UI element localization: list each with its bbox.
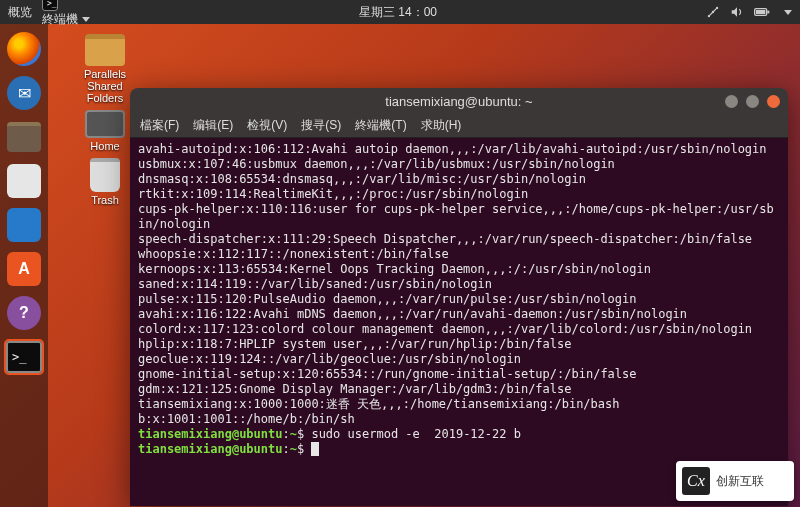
chevron-down-icon xyxy=(82,17,90,22)
window-close-button[interactable] xyxy=(767,95,780,108)
window-titlebar[interactable]: tiansemixiang@ubuntu: ~ xyxy=(130,88,788,114)
battery-icon[interactable] xyxy=(754,6,770,18)
menu-file[interactable]: 檔案(F) xyxy=(140,117,179,134)
svg-rect-4 xyxy=(767,11,769,14)
activities-button[interactable]: 概览 xyxy=(8,4,32,21)
dock-firefox[interactable] xyxy=(5,30,43,68)
clock[interactable]: 星期三 14：00 xyxy=(90,4,706,21)
dock: ✉ A ? >_ xyxy=(0,24,48,507)
dock-rhythmbox[interactable] xyxy=(5,162,43,200)
menu-view[interactable]: 检視(V) xyxy=(247,117,287,134)
desktop-item-label: Home xyxy=(90,140,119,152)
top-bar: 概览 >_ 終端機 星期三 14：00 xyxy=(0,0,800,24)
app-menu[interactable]: >_ 終端機 xyxy=(42,0,90,28)
folder-icon xyxy=(85,34,125,66)
trash-icon xyxy=(90,158,120,192)
watermark-text: 创新互联 xyxy=(716,473,764,490)
volume-icon[interactable] xyxy=(730,5,744,19)
menu-search[interactable]: 搜寻(S) xyxy=(301,117,341,134)
menu-help[interactable]: 求助(H) xyxy=(421,117,462,134)
watermark-logo: Cx xyxy=(682,467,710,495)
svg-rect-5 xyxy=(756,10,765,14)
dock-writer[interactable] xyxy=(5,206,43,244)
dock-files[interactable] xyxy=(5,118,43,156)
dock-help[interactable]: ? xyxy=(5,294,43,332)
dock-thunderbird[interactable]: ✉ xyxy=(5,74,43,112)
terminal-body[interactable]: avahi-autoipd:x:106:112:Avahi autoip dae… xyxy=(130,138,788,506)
drive-icon xyxy=(85,110,125,138)
menu-terminal[interactable]: 終端機(T) xyxy=(355,117,406,134)
watermark-badge: Cx 创新互联 xyxy=(676,461,794,501)
desktop-item-label: Trash xyxy=(91,194,119,206)
system-menu-icon[interactable] xyxy=(784,10,792,15)
network-icon[interactable] xyxy=(706,5,720,19)
dock-software[interactable]: A xyxy=(5,250,43,288)
terminal-window: tiansemixiang@ubuntu: ~ 檔案(F) 编辑(E) 检視(V… xyxy=(130,88,788,506)
window-title: tiansemixiang@ubuntu: ~ xyxy=(385,94,532,109)
window-maximize-button[interactable] xyxy=(746,95,759,108)
terminal-menubar: 檔案(F) 编辑(E) 检視(V) 搜寻(S) 終端機(T) 求助(H) xyxy=(130,114,788,138)
window-minimize-button[interactable] xyxy=(725,95,738,108)
menu-edit[interactable]: 编辑(E) xyxy=(193,117,233,134)
dock-terminal[interactable]: >_ xyxy=(5,338,43,376)
